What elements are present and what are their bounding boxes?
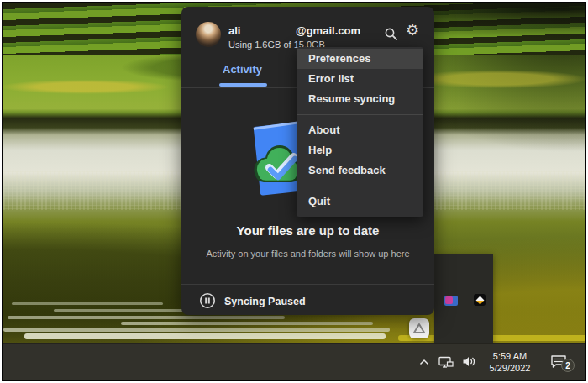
speaker-icon xyxy=(462,355,476,368)
empty-state-subtitle: Activity on your files and folders will … xyxy=(181,249,434,259)
google-drive-icon xyxy=(413,323,425,334)
chevron-up-icon xyxy=(419,359,429,365)
sync-status-label: Syncing Paused xyxy=(224,296,306,307)
volume-button[interactable] xyxy=(457,355,480,368)
tab-activity-underline xyxy=(219,83,267,87)
tray-app-icon-1[interactable] xyxy=(444,296,458,306)
tab-activity[interactable]: Activity xyxy=(223,63,262,76)
clock-date: 5/29/2022 xyxy=(490,362,531,374)
screenshot-frame: ali @gmail.com Using 1.6GB of 15.0GB ⚙ A… xyxy=(0,0,588,383)
settings-button[interactable]: ⚙ xyxy=(406,23,419,38)
search-button[interactable] xyxy=(384,27,398,45)
menu-item-quit[interactable]: Quit xyxy=(297,192,423,212)
windows-taskbar: 5:59 AM 5/29/2022 2 xyxy=(3,343,585,380)
account-email: @gmail.com xyxy=(296,24,360,37)
empty-state-title: Your files are up to date xyxy=(181,223,434,238)
gear-icon: ⚙ xyxy=(406,22,419,39)
account-name: ali xyxy=(228,24,240,37)
clock-time: 5:59 AM xyxy=(493,350,527,362)
account-avatar xyxy=(196,22,221,47)
search-icon xyxy=(384,27,398,41)
network-status-button[interactable] xyxy=(435,355,457,369)
pause-resume-button[interactable] xyxy=(199,292,216,309)
menu-item-error-list[interactable]: Error list xyxy=(297,69,423,89)
taskbar-clock[interactable]: 5:59 AM 5/29/2022 xyxy=(480,350,539,374)
footer-divider xyxy=(181,284,434,285)
tray-expand-button[interactable] xyxy=(413,359,435,365)
menu-item-preferences[interactable]: Preferences xyxy=(297,49,423,69)
google-drive-tray-button[interactable] xyxy=(409,318,429,338)
desktop: ali @gmail.com Using 1.6GB of 15.0GB ⚙ A… xyxy=(2,2,586,381)
menu-item-send-feedback[interactable]: Send feedback xyxy=(297,160,423,181)
tray-app-icon-2[interactable] xyxy=(474,294,486,306)
menu-separator xyxy=(297,186,423,186)
menu-item-about[interactable]: About xyxy=(297,120,423,140)
pause-circle-icon xyxy=(199,292,216,309)
network-icon xyxy=(438,355,454,369)
menu-item-resume-syncing[interactable]: Resume syncing xyxy=(297,89,423,109)
action-center-button[interactable]: 2 xyxy=(539,354,578,369)
notification-count-badge: 2 xyxy=(561,359,575,372)
tray-overflow-flyout xyxy=(434,254,493,345)
settings-context-menu: Preferences Error list Resume syncing Ab… xyxy=(297,47,423,217)
menu-separator xyxy=(297,114,423,115)
menu-item-help[interactable]: Help xyxy=(297,140,423,160)
